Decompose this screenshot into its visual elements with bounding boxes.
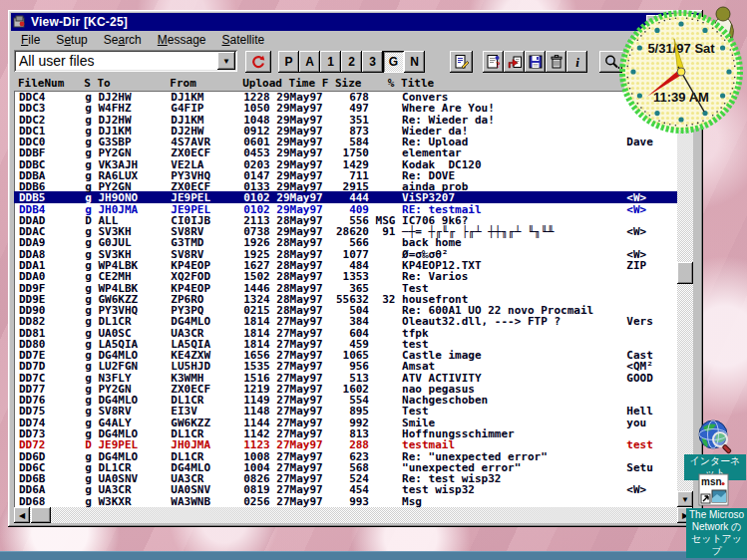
svg-text:?: ? (496, 60, 501, 70)
table-row[interactable]: DD77 g PY2GN ZX0ECF 1219 27May97 1602 na… (14, 383, 677, 394)
chevron-down-icon: ▼ (222, 57, 230, 66)
toolbar: All user files ▼ PA123GN ?i (11, 48, 700, 76)
table-row[interactable]: DD6A g UA3CR UA0SNV 0819 27May97 454 tes… (14, 483, 677, 494)
table-row[interactable]: DD74 g G4ALY GW6KZZ 1144 27May97 992 Smi… (14, 417, 677, 427)
menu-message[interactable]: Message (150, 32, 214, 48)
table-row[interactable]: DDC3 g W4FHZ G4FIP 1050 29May97 497 Wher… (14, 102, 677, 113)
taskbar-edge-strip (0, 551, 747, 560)
filter-button-2[interactable]: 2 (341, 51, 362, 73)
vertical-scrollbar[interactable]: ▲ ▼ (677, 91, 693, 507)
combo-dropdown-button[interactable]: ▼ (217, 52, 235, 70)
table-row[interactable]: DD75 g SV8RV EI3V 1148 27May97 895 Test … (14, 405, 677, 416)
table-row[interactable]: DD7D g LU2FGN LU5HJD 1535 27May97 956 Am… (14, 360, 677, 371)
scroll-left-button[interactable]: ◀ (14, 507, 30, 523)
table-row[interactable]: DD68 g W3KXR WA3WNB 0256 27May97 993 Msg (14, 495, 677, 506)
menu-setup[interactable]: Setup (48, 32, 95, 48)
horizontal-scrollbar[interactable]: ◀ ▶ (14, 507, 693, 523)
table-row[interactable]: DD82 g DL1CR DG4MLO 1814 27May97 384 Ole… (14, 315, 677, 326)
table-row[interactable]: DD73 g DG4MLO DL1CR 1142 27May97 813 Hof… (14, 427, 677, 438)
clock-time: 11:39 AM (653, 90, 709, 105)
info-button[interactable]: i (566, 51, 587, 73)
save-icon (528, 54, 544, 70)
table-row[interactable]: DDC4 g DJ2HW DJ1KM 1228 29May97 678 Conv… (14, 91, 677, 102)
filter-button-1[interactable]: 1 (320, 51, 341, 73)
msn-setup-icon[interactable]: msn (698, 473, 729, 510)
table-row[interactable]: DDBF g PY2GN ZX0ECF 0453 29May97 1750 el… (14, 146, 677, 157)
scroll-down-button[interactable]: ▼ (677, 491, 693, 507)
import-message-icon (507, 54, 523, 70)
filter-button-g[interactable]: G (383, 51, 404, 73)
column-header[interactable]: FileNum S To From Upload Time F Size % T… (14, 77, 677, 91)
compose-button[interactable] (450, 51, 473, 73)
table-row[interactable]: DDC1 g DJ1KM DJ2HW 0912 29May97 873 Wied… (14, 125, 677, 136)
menu-bar: FileSetupSearchMessageSatellite (11, 31, 700, 48)
svg-text:i: i (575, 55, 579, 70)
menu-search[interactable]: Search (96, 32, 150, 48)
import-message-button[interactable] (504, 51, 525, 73)
menu-satellite[interactable]: Satellite (214, 32, 273, 48)
menu-file[interactable]: File (13, 32, 48, 48)
table-row[interactable]: DDBA g RA6LUX PY3VHQ 0147 29May97 711 Re… (14, 169, 677, 180)
report-button[interactable]: ? (483, 51, 504, 73)
table-row[interactable]: DD9E g GW6KZZ ZP6RO 1324 28May97 55632 3… (14, 293, 677, 304)
file-filter-value: All user files (19, 53, 94, 69)
clock-date: 5/31/97 Sat (647, 41, 715, 56)
filter-button-3[interactable]: 3 (362, 51, 383, 73)
window-title: View-Dir [KC-25] (31, 15, 128, 29)
table-row[interactable]: DD6C g DL1CR DG4MLO 1004 27May97 568 "un… (14, 461, 677, 472)
table-row[interactable]: DD80 g LA5QIA LA5QIA 1814 27May97 459 te… (14, 338, 677, 349)
table-row[interactable]: DDA0 g CE2MH XQ2FOD 1502 28May97 1353 Re… (14, 270, 677, 281)
table-row[interactable]: DD7C g N3FLY K3WMH 1516 27May97 513 ATV … (14, 372, 677, 383)
table-row[interactable]: DDC2 g DJ2HW DJ1KM 1048 29May97 351 Re: … (14, 114, 677, 125)
svg-text:msn: msn (701, 476, 722, 487)
table-row[interactable]: DDA9 g G0JUL G3TMD 1926 28May97 566 back… (14, 236, 677, 247)
title-bar[interactable]: View-Dir [KC-25] × (11, 13, 700, 31)
file-filter-combobox[interactable]: All user files ▼ (14, 50, 237, 72)
filter-button-a[interactable]: A (299, 51, 320, 73)
report-icon: ? (486, 54, 502, 70)
arrow-left-icon: ◀ (19, 511, 25, 520)
table-row[interactable]: DDB6 g PY2GN ZX0ECF 0133 29May97 2915 ai… (14, 180, 677, 191)
trash-button[interactable] (546, 51, 566, 73)
refresh-button[interactable] (245, 51, 271, 73)
internet-icon[interactable] (695, 419, 735, 458)
trash-icon (549, 54, 564, 70)
table-row[interactable]: DDB5 g JH9ONO JE9PEL 0102 29May97 444 Vi… (14, 191, 677, 202)
table-row[interactable]: DD90 g PY3VHQ PY3PQ 0215 28May97 504 Re:… (14, 304, 677, 315)
info-icon: i (569, 54, 585, 70)
table-row[interactable]: DD6B g UA0SNV UA3CR 0826 27May97 524 Re:… (14, 472, 677, 483)
table-row[interactable]: DD6D g DG4MLO DL1CR 1008 27May97 623 Re:… (14, 450, 677, 461)
table-row[interactable]: DDA8 g SV3KH SV8RV 1925 28May97 1077 Ø=σ… (14, 248, 677, 259)
clock-widget[interactable]: 5/31/97 Sat 11:39 AM (615, 6, 747, 138)
refresh-icon (250, 54, 266, 70)
table-row[interactable]: DDC0 g G3SBP 4S7AVR 0601 29May97 584 Re:… (14, 136, 677, 146)
horizontal-scroll-thumb[interactable] (31, 507, 51, 523)
vertical-scroll-thumb[interactable] (677, 262, 693, 284)
table-row[interactable]: DD76 g DG4MLO DL1CR 1149 27May97 554 Nac… (14, 394, 677, 405)
save-button[interactable] (525, 51, 546, 73)
table-row[interactable]: DDAD D ALL CI0IJB 2113 28May97 556 MSG I… (14, 214, 677, 225)
msn-setup-icon-label[interactable]: The Microso Network の セットアップ (686, 508, 747, 558)
table-row[interactable]: DD9F g WP4LBK KP4EOP 1446 28May97 365 Te… (14, 282, 677, 293)
filter-button-p[interactable]: P (278, 51, 299, 73)
arrow-down-icon: ▼ (681, 495, 689, 504)
table-row[interactable]: DDBC g VK3AJH VE2LA 0203 29May97 1429 Ko… (14, 158, 677, 169)
app-window: View-Dir [KC-25] × FileSetupSearchMessag… (8, 10, 703, 527)
app-icon (13, 15, 27, 29)
table-row[interactable]: DDAC g SV3KH SV8RV 0738 29May97 28620 91… (14, 225, 677, 236)
table-row[interactable]: DD81 g UA0SC UA3CR 1814 27May97 604 tfpk (14, 327, 677, 338)
table-row[interactable]: DDB4 g JH0JMA JE9PEL 0102 29May97 409 RE… (14, 203, 677, 214)
filter-button-n[interactable]: N (404, 51, 425, 73)
compose-icon (454, 54, 470, 70)
table-row[interactable]: DD72 D JE9PEL JH0JMA 1123 27May97 288 te… (14, 438, 677, 449)
table-row[interactable]: DD7E g DG4MLO KE4ZXW 1656 27May97 1065 C… (14, 349, 677, 360)
file-list: DDC4 g DJ2HW DJ1KM 1228 29May97 678 Conv… (14, 91, 677, 507)
table-row[interactable]: DDA1 g WP4LBK KP4EOP 1627 28May97 484 KP… (14, 259, 677, 270)
